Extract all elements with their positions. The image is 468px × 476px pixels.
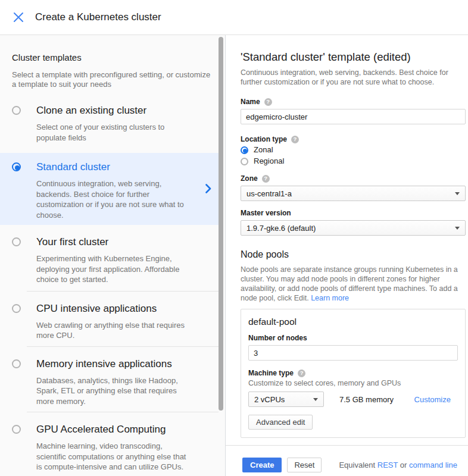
machine-type-row: 2 vCPUs 7.5 GB memory Customize bbox=[248, 392, 458, 407]
master-version-select[interactable]: 1.9.7-gke.6 (default) bbox=[241, 220, 466, 236]
radio-unselected-icon[interactable] bbox=[12, 359, 21, 368]
help-icon[interactable]: ? bbox=[298, 369, 305, 377]
template-description: Continuous integration, web serving, bac… bbox=[36, 178, 186, 220]
rest-link[interactable]: REST bbox=[377, 461, 398, 469]
master-version-label: Master version bbox=[241, 209, 291, 217]
location-type-label-row: Location type ? bbox=[241, 135, 466, 143]
name-label: Name bbox=[241, 98, 260, 106]
location-zonal-option[interactable]: Zonal bbox=[241, 145, 466, 155]
cluster-name-input[interactable] bbox=[241, 109, 466, 124]
pool-name: default-pool bbox=[248, 317, 458, 327]
help-icon[interactable]: ? bbox=[264, 98, 272, 106]
template-title: Clone an existing cluster bbox=[36, 105, 186, 117]
template-description: Select one of your existing clusters to … bbox=[36, 122, 186, 143]
close-button[interactable] bbox=[11, 10, 26, 24]
template-option-standard[interactable]: Standard cluster Continuous integration,… bbox=[0, 153, 219, 225]
radio-unselected-icon[interactable] bbox=[12, 304, 21, 313]
template-description: Experimenting with Kubernetes Engine, de… bbox=[36, 253, 186, 285]
template-title: Memory intensive applications bbox=[36, 358, 186, 370]
template-description: Web crawling or anything else that requi… bbox=[36, 320, 186, 341]
regional-label: Regional bbox=[254, 156, 284, 166]
close-icon bbox=[13, 12, 24, 23]
radio-selected-icon[interactable] bbox=[12, 162, 21, 171]
cluster-templates-panel: Cluster templates Select a template with… bbox=[0, 35, 226, 476]
zonal-label: Zonal bbox=[254, 145, 273, 155]
templates-description: Select a template with preconfigured set… bbox=[12, 70, 213, 89]
machine-type-select[interactable]: 2 vCPUs bbox=[248, 392, 324, 407]
page-title: Create a Kubernetes cluster bbox=[35, 11, 161, 23]
machine-type-label: Machine type bbox=[248, 369, 294, 377]
learn-more-link[interactable]: Learn more bbox=[311, 294, 349, 302]
radio-unselected-icon[interactable] bbox=[12, 425, 21, 434]
master-version-label-row: Master version bbox=[241, 209, 466, 217]
node-pools-description: Node pools are separate instance groups … bbox=[241, 265, 466, 303]
number-of-nodes-label-row: Number of nodes bbox=[248, 334, 458, 342]
template-description: Machine learning, video transcoding, sci… bbox=[36, 441, 186, 472]
template-description: Databases, analytics, things like Hadoop… bbox=[36, 375, 186, 407]
template-option-cpu[interactable]: CPU intensive applications Web crawling … bbox=[0, 291, 219, 346]
zone-select[interactable]: us-central1-a bbox=[241, 186, 466, 201]
radio-unselected-icon[interactable] bbox=[12, 237, 21, 246]
dropdown-caret-icon bbox=[313, 398, 318, 401]
memory-value: 7.5 GB memory bbox=[339, 395, 394, 404]
help-icon[interactable]: ? bbox=[262, 175, 270, 183]
templates-heading: Cluster templates bbox=[12, 52, 213, 62]
machine-type-label-row: Machine type ? bbox=[248, 369, 458, 377]
sidebar-scrollbar[interactable] bbox=[219, 37, 223, 411]
node-pools-heading: Node pools bbox=[241, 249, 466, 260]
help-icon[interactable]: ? bbox=[291, 136, 299, 143]
dropdown-caret-icon bbox=[455, 192, 460, 195]
radio-selected-icon[interactable] bbox=[241, 146, 248, 154]
master-version-value: 1.9.7-gke.6 (default) bbox=[247, 224, 316, 233]
radio-unselected-icon[interactable] bbox=[12, 106, 21, 115]
template-list: Clone an existing cluster Select one of … bbox=[0, 96, 225, 476]
zone-value: us-central1-a bbox=[247, 189, 292, 198]
command-line-link[interactable]: command line bbox=[409, 461, 457, 469]
default-pool-card: default-pool Number of nodes Machine typ… bbox=[241, 309, 466, 438]
template-title: Standard cluster bbox=[36, 161, 186, 173]
number-of-nodes-label: Number of nodes bbox=[248, 334, 307, 342]
template-option-clone[interactable]: Clone an existing cluster Select one of … bbox=[0, 96, 219, 153]
equivalent-text: Equivalent REST or command line bbox=[339, 461, 457, 469]
action-bar: Create Reset Equivalent REST or command … bbox=[226, 445, 468, 472]
template-detail-title: 'Standard cluster' template (edited) bbox=[241, 51, 466, 63]
template-title: CPU intensive applications bbox=[36, 303, 186, 315]
dialog-header: Create a Kubernetes cluster bbox=[0, 0, 468, 35]
zone-label: Zone bbox=[241, 174, 258, 183]
number-of-nodes-input[interactable] bbox=[248, 345, 458, 361]
location-regional-option[interactable]: Regional bbox=[241, 156, 466, 166]
template-option-gpu[interactable]: GPU Accelerated Computing Machine learni… bbox=[0, 412, 219, 476]
template-option-memory[interactable]: Memory intensive applications Databases,… bbox=[0, 346, 219, 412]
machine-type-value: 2 vCPUs bbox=[254, 395, 285, 404]
template-title: GPU Accelerated Computing bbox=[36, 424, 186, 436]
dropdown-caret-icon bbox=[455, 227, 460, 230]
create-button[interactable]: Create bbox=[242, 458, 282, 472]
template-detail-panel: 'Standard cluster' template (edited) Con… bbox=[226, 35, 468, 476]
template-option-first-cluster[interactable]: Your first cluster Experimenting with Ku… bbox=[0, 225, 219, 291]
template-title: Your first cluster bbox=[36, 236, 186, 248]
name-label-row: Name ? bbox=[241, 98, 466, 106]
dialog-body: Cluster templates Select a template with… bbox=[0, 35, 468, 476]
radio-unselected-icon[interactable] bbox=[241, 158, 248, 165]
reset-button[interactable]: Reset bbox=[287, 458, 322, 472]
chevron-right-icon[interactable] bbox=[205, 184, 211, 196]
location-type-label: Location type bbox=[241, 135, 287, 143]
zone-label-row: Zone ? bbox=[241, 174, 466, 183]
customize-link[interactable]: Customize bbox=[414, 395, 451, 404]
template-detail-description: Continuous integration, web serving, bac… bbox=[241, 68, 466, 87]
machine-type-hint: Customize to select cores, memory and GP… bbox=[248, 379, 458, 388]
advanced-edit-button[interactable]: Advanced edit bbox=[248, 415, 313, 430]
